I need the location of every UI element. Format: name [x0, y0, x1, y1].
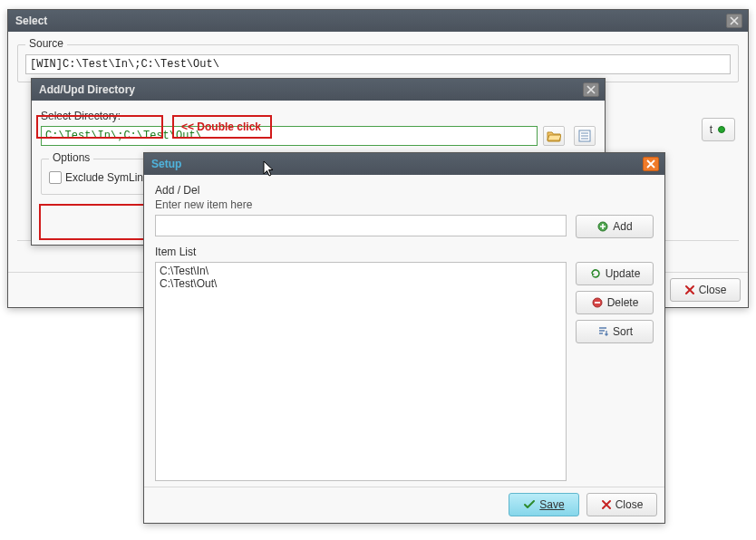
refresh-icon: [589, 267, 602, 280]
setup-window: Setup Add / Del Enter new item here: [143, 152, 665, 524]
item-list[interactable]: C:\Test\In\C:\Test\Out\: [155, 262, 567, 481]
list-icon: [578, 130, 591, 142]
new-item-input[interactable]: [155, 215, 567, 236]
options-legend: Options: [49, 151, 93, 164]
delete-icon: [591, 296, 604, 309]
close-button-label: Close: [699, 284, 727, 296]
source-input[interactable]: [25, 54, 731, 74]
select-directory-label: Select Directory:: [41, 110, 596, 122]
save-button-label: Save: [539, 498, 564, 511]
annotation-text: << Double click: [181, 121, 261, 133]
close-icon[interactable]: [583, 82, 599, 97]
select-directory-input[interactable]: [41, 126, 538, 146]
save-button[interactable]: Save: [509, 493, 579, 516]
list-item[interactable]: C:\Test\In\: [160, 265, 562, 277]
setup-title: Setup: [151, 158, 643, 170]
update-button[interactable]: Update: [576, 262, 654, 285]
add-del-legend: Add / Del: [155, 184, 567, 197]
list-editor-button[interactable]: [574, 126, 596, 146]
list-item[interactable]: C:\Test\Out\: [160, 277, 562, 290]
close-icon[interactable]: [643, 157, 659, 171]
close-button[interactable]: Close: [670, 278, 741, 302]
background-button[interactable]: t: [702, 118, 735, 141]
background-button-label: t: [710, 123, 712, 136]
folder-open-icon: [547, 130, 561, 142]
select-titlebar[interactable]: Select: [8, 10, 748, 32]
update-button-label: Update: [606, 267, 641, 280]
play-dot-icon: [718, 126, 725, 133]
item-list-legend: Item List: [155, 246, 567, 258]
exclude-symlink-label: Exclude SymLink: [65, 171, 149, 184]
check-icon: [523, 498, 536, 511]
close-red-icon: [684, 284, 695, 295]
add-button-label: Add: [613, 220, 632, 233]
checkbox-icon[interactable]: [49, 171, 62, 184]
sort-button-label: Sort: [613, 325, 633, 338]
browse-folder-button[interactable]: [543, 126, 565, 146]
close-button[interactable]: Close: [586, 493, 657, 516]
add-button[interactable]: Add: [576, 215, 654, 238]
addupd-title: Add/Upd Directory: [39, 83, 583, 96]
add-icon: [596, 220, 609, 233]
close-button-label: Close: [615, 498, 644, 511]
sort-button[interactable]: Sort: [576, 320, 654, 343]
source-fieldset: Source: [17, 44, 739, 82]
close-red-icon: [601, 499, 612, 510]
addupd-titlebar[interactable]: Add/Upd Directory: [32, 79, 605, 101]
sort-icon: [596, 325, 609, 338]
select-title: Select: [15, 14, 726, 27]
setup-titlebar[interactable]: Setup: [144, 153, 664, 175]
new-item-label: Enter new item here: [155, 198, 567, 211]
delete-button[interactable]: Delete: [576, 291, 654, 314]
close-icon[interactable]: [726, 14, 742, 28]
delete-button-label: Delete: [607, 296, 639, 309]
setup-footer: Save Close: [144, 487, 664, 522]
source-legend: Source: [25, 37, 67, 50]
